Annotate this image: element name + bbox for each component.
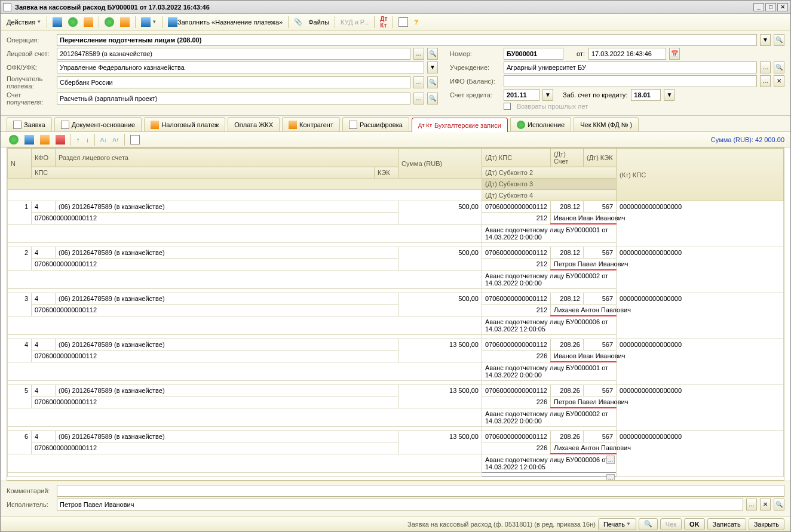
org-lookup[interactable]: 🔍 <box>774 61 784 73</box>
number-field[interactable]: БУ000001 <box>504 48 563 60</box>
search-button[interactable]: 🔍 <box>639 518 658 530</box>
table-row[interactable]: 3 4 (06) 20126478589 (в казначействе) 50… <box>8 293 784 305</box>
tab-receipt[interactable]: Чек ККМ (ФД № ) <box>574 117 639 131</box>
recacct-dots[interactable]: … <box>413 93 424 104</box>
tab-basis[interactable]: Документ-основание <box>54 117 142 131</box>
col-kfo[interactable]: КФО <box>32 149 56 167</box>
comment-field[interactable] <box>57 485 784 497</box>
date-field[interactable]: 17.03.2022 16:43:46 <box>588 48 666 60</box>
table-row[interactable]: 5 4 (06) 20126478589 (в казначействе) 13… <box>8 385 784 396</box>
ofk-field[interactable]: Управление Федерального казначейства <box>57 61 424 73</box>
tab-icon <box>61 121 69 129</box>
ok-button[interactable]: OK <box>684 518 705 530</box>
recacct-field[interactable]: Расчетный (зарплатный проект) <box>57 93 410 104</box>
move-up-button[interactable]: ↑ <box>74 133 82 146</box>
sort-asc-button[interactable]: A↓ <box>98 133 109 146</box>
help-button[interactable]: ? <box>412 16 421 29</box>
close-form-button[interactable]: Закрыть <box>749 518 784 530</box>
col-sub2[interactable]: (Дт) Субконто 2 <box>482 167 616 179</box>
copy-icon <box>24 135 34 144</box>
credacct-dropdown[interactable]: ▼ <box>542 89 553 101</box>
operation-lookup[interactable]: 🔍 <box>774 34 784 46</box>
btn-1[interactable] <box>50 16 65 29</box>
btn-3[interactable] <box>81 16 96 29</box>
tab-execution[interactable]: Исполнение <box>510 117 571 131</box>
btn-2[interactable] <box>66 16 80 29</box>
col-kek[interactable]: КЭК <box>374 167 398 179</box>
table-row[interactable]: 1 4 (06) 20126478589 (в казначействе) 50… <box>8 201 784 213</box>
recacct-lookup[interactable]: 🔍 <box>427 93 438 104</box>
tab-accounting[interactable]: Дт КтБухгалтерские записи <box>412 118 508 132</box>
dtkt-button[interactable]: ДтКт <box>378 16 390 29</box>
check-button[interactable]: Чек <box>660 518 682 530</box>
btn-6[interactable]: ▼ <box>139 16 159 29</box>
zab-dropdown[interactable]: ▼ <box>664 89 675 101</box>
move-down-button[interactable]: ↓ <box>84 133 92 146</box>
org-dots[interactable]: … <box>760 61 771 73</box>
account-dots[interactable]: … <box>413 48 424 60</box>
executor-field[interactable]: Петров Павел Иванович <box>57 499 743 511</box>
operation-dropdown[interactable]: ▼ <box>760 34 771 46</box>
report-icon <box>398 17 408 27</box>
print-button[interactable]: Печать▼ <box>598 518 636 530</box>
btn-5[interactable] <box>118 16 132 29</box>
settings-button[interactable] <box>128 133 142 146</box>
edit-row-button[interactable] <box>38 133 52 146</box>
col-dtkps[interactable]: (Дт) КПС <box>482 149 550 167</box>
org-field[interactable]: Аграрный университет БУ <box>504 61 757 73</box>
edit-cell[interactable]: Аванс подотчетному лицу БУ0000006 от 14.… <box>482 454 616 473</box>
tab-counter[interactable]: Контрагент <box>282 117 340 131</box>
tab-detail[interactable]: Расшифровка <box>342 117 409 131</box>
ofk-dropdown[interactable]: ▼ <box>427 61 438 73</box>
actions-menu[interactable]: Действия▼ <box>4 16 44 29</box>
kud-button[interactable]: КУД и Р... <box>338 16 371 29</box>
attach-button[interactable]: 📎 <box>292 16 305 29</box>
account-field[interactable]: 20126478589 (в казначействе) <box>57 48 410 60</box>
col-sum[interactable]: Сумма (RUB) <box>398 149 482 179</box>
recipient-lookup[interactable]: 🔍 <box>427 76 438 88</box>
col-dtacct[interactable]: (Дт) Счет <box>551 149 584 167</box>
operation-field[interactable]: Перечисление подотчетным лицам (208.00) <box>57 34 757 46</box>
number-label: Номер: <box>450 50 500 57</box>
col-dtkek[interactable]: (Дт) КЭК <box>584 149 617 167</box>
col-sub3[interactable]: (Дт) Субконто 3 <box>482 179 616 190</box>
col-kps[interactable]: КПС <box>32 167 375 179</box>
table-row[interactable]: 2 4 (06) 20126478589 (в казначействе) 50… <box>8 247 784 259</box>
save-button[interactable]: Записать <box>707 518 746 530</box>
grid[interactable]: N КФО Раздел лицевого счета Сумма (RUB) … <box>7 147 784 481</box>
tab-request[interactable]: Заявка <box>7 117 52 131</box>
col-n[interactable]: N <box>8 149 32 179</box>
table-row[interactable]: 4 4 (06) 20126478589 (в казначействе) 13… <box>8 339 784 350</box>
minimize-button[interactable]: _ <box>753 3 764 11</box>
copy-row-button[interactable] <box>22 133 36 146</box>
sort-desc-button[interactable]: A↑ <box>111 133 122 146</box>
recipient-field[interactable]: Сбербанк России <box>57 76 410 88</box>
recipient-dots[interactable]: … <box>413 76 424 88</box>
returns-checkbox[interactable] <box>504 103 511 110</box>
table-row[interactable]: 6 4 (06) 20126478589 (в казначействе) 13… <box>8 431 784 442</box>
executor-clear[interactable]: ✕ <box>760 499 771 511</box>
executor-dots[interactable]: … <box>746 499 757 511</box>
btn-4[interactable] <box>102 16 116 29</box>
account-lookup[interactable]: 🔍 <box>427 48 438 60</box>
tab-util[interactable]: Оплата ЖКХ <box>228 117 280 131</box>
close-button[interactable]: ✕ <box>777 3 788 11</box>
ifo-dots[interactable]: … <box>760 75 771 87</box>
col-ktkps[interactable]: (Кт) КПС <box>617 149 784 201</box>
edit-cell[interactable]: … <box>482 473 616 477</box>
add-row-button[interactable] <box>7 133 21 146</box>
executor-lookup[interactable]: 🔍 <box>774 499 784 511</box>
files-button[interactable]: Файлы <box>306 16 332 29</box>
col-section[interactable]: Раздел лицевого счета <box>56 149 398 167</box>
delete-row-button[interactable] <box>53 133 68 146</box>
zab-field[interactable]: 18.01 <box>631 89 661 101</box>
col-sub4[interactable]: (Дт) Субконто 4 <box>482 190 616 201</box>
ifo-clear[interactable]: ✕ <box>774 75 784 87</box>
fill-payment-button[interactable]: Заполнить «Назначение платежа» <box>165 16 285 29</box>
ifo-field[interactable] <box>504 75 757 87</box>
date-calendar[interactable]: 📅 <box>669 48 680 60</box>
btn-7[interactable] <box>396 16 410 29</box>
tab-tax[interactable]: Налоговый платеж <box>144 117 225 131</box>
credacct-field[interactable]: 201.11 <box>504 89 539 101</box>
maximize-button[interactable]: □ <box>765 3 776 11</box>
